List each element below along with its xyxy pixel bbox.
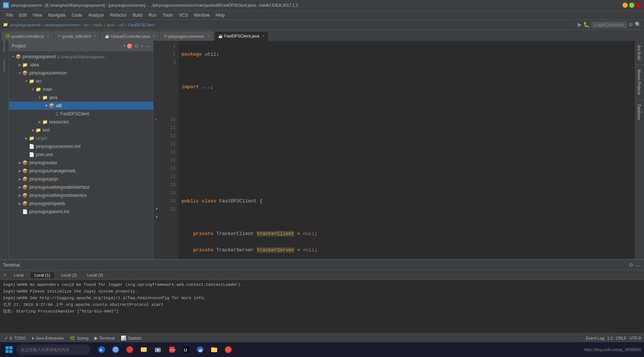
tree-java[interactable]: ▼ 📁 java: [9, 93, 153, 102]
taskbar-app-idea[interactable]: IJ: [179, 343, 193, 356]
favorites-tab[interactable]: Favorites: [1, 62, 8, 69]
tree-test[interactable]: ▶ 📁 test: [9, 126, 153, 134]
tree-pinyougoupojo[interactable]: ▶ 📦 pinyougoupojo: [9, 175, 153, 183]
tree-sellergoodsinterface[interactable]: ▶ 📦 pinyougousellergoodsinterface: [9, 183, 153, 191]
breadcrumb-pinyougouparent[interactable]: pinyougouparent: [10, 23, 41, 27]
menu-window[interactable]: Window: [191, 12, 213, 19]
fold-arrow-if[interactable]: ▼: [155, 215, 159, 219]
status-statistic[interactable]: 📊 Statistic: [119, 335, 144, 341]
fold-arrow-class[interactable]: +: [155, 117, 157, 121]
taskbar-app-edge[interactable]: e: [95, 343, 108, 356]
status-event-log[interactable]: Event Log: [586, 336, 604, 340]
terminal-tab-local3[interactable]: Local (3): [83, 272, 107, 278]
taskbar-app-explorer[interactable]: [208, 343, 221, 356]
menu-code[interactable]: Code: [69, 12, 85, 19]
taskbar-app-java[interactable]: ☕: [193, 343, 207, 356]
status-todo[interactable]: ✓ 6: TODO: [3, 335, 27, 341]
status-terminal[interactable]: ▶ Terminal: [93, 335, 116, 341]
menu-build[interactable]: Build: [130, 12, 146, 19]
panel-gear-icon[interactable]: ≡: [140, 43, 143, 49]
tree-pinyougoucommon-iml[interactable]: 📄 pinyougoucommon.iml: [9, 142, 153, 151]
tree-pinyougoucommon[interactable]: ▼ 📦 pinyougoucommon: [9, 69, 153, 77]
tree-shopweb[interactable]: ▶ 📦 pinyougoshopweb: [9, 199, 153, 208]
code-line-11: [182, 214, 632, 222]
tab-close-goodscontrollerjs[interactable]: ×: [47, 34, 49, 38]
menu-vcs[interactable]: VCS: [176, 12, 191, 19]
tree-idea[interactable]: ▶ 📁 .idea: [9, 61, 153, 69]
tree-pinyougouparent[interactable]: ▼ 📦 pinyougouparent E:\shanghai34\pinyou…: [9, 53, 153, 61]
fold-arrow-method[interactable]: ▼: [155, 207, 159, 211]
menu-navigate[interactable]: Navigate: [45, 12, 69, 19]
terminal-tab-local[interactable]: Local: [9, 272, 28, 278]
toolbar-run-icon[interactable]: ▶: [578, 22, 582, 28]
toolbar-debug-icon[interactable]: 🐛: [583, 22, 590, 28]
tab-goodsedithtml[interactable]: H goods_edit.html ×: [54, 31, 100, 41]
breadcrumb-bar: 📁 pinyougouparent › pinyougoucommon › sr…: [0, 19, 644, 30]
menu-help[interactable]: Help: [213, 12, 228, 19]
menu-edit[interactable]: Edit: [16, 12, 30, 19]
status-spring[interactable]: 🌿 Spring: [68, 335, 90, 341]
taskbar-app-git[interactable]: [222, 343, 235, 356]
status-java-enterprise[interactable]: ♦ Java Enterprise: [30, 335, 66, 341]
tree-pinyougoudao[interactable]: ▶ 📦 pinyougoudao: [9, 159, 153, 167]
toolbar-search-icon[interactable]: 🔍: [635, 22, 641, 28]
new-terminal-button[interactable]: +: [3, 272, 6, 278]
taskbar-app-files[interactable]: [137, 343, 150, 356]
tree-util[interactable]: ▼ 📦 util: [9, 102, 153, 110]
menu-file[interactable]: File: [3, 12, 16, 19]
menu-refactor[interactable]: Refactor: [107, 12, 130, 19]
tab-close-goodsedithtml[interactable]: ×: [94, 34, 96, 38]
menu-tools[interactable]: Tools: [160, 12, 176, 19]
module-icon: 📦: [22, 201, 28, 206]
taskbar-search-input[interactable]: [16, 344, 90, 355]
tab-close-uploadcontroller[interactable]: ×: [153, 34, 155, 38]
taskbar-app-camera[interactable]: [151, 343, 165, 356]
ant-build-tab[interactable]: Ant Build: [635, 41, 644, 65]
maven-projects-tab[interactable]: Maven Projects: [635, 65, 644, 100]
structure-tab[interactable]: Structure: [1, 42, 8, 50]
terminal-tab-local1[interactable]: Local (1): [30, 272, 55, 278]
tree-resources[interactable]: ▶ 📁 resources: [9, 118, 153, 126]
panel-dropdown-icon[interactable]: ▼: [123, 44, 126, 48]
taskbar-app-chrome[interactable]: [109, 343, 122, 356]
tree-pinyougoumanagerweb[interactable]: ▶ 📦 pinyougoumanagerweb: [9, 167, 153, 175]
breadcrumb-pinyougoucommon[interactable]: pinyougoucommon: [45, 23, 80, 27]
java-file-icon: ☕: [105, 34, 109, 38]
panel-config-icon[interactable]: ⚙: [134, 43, 139, 49]
tab-close-pinyougoucommon[interactable]: ×: [207, 34, 209, 38]
terminal-output[interactable]: log4j:WARN No appenders could be found f…: [0, 280, 644, 333]
minimize-button[interactable]: [623, 3, 628, 8]
close-button[interactable]: [636, 3, 641, 8]
menu-view[interactable]: View: [30, 12, 45, 19]
tab-fastdfsclientjava[interactable]: ☕ FastDFSClient.java ×: [214, 31, 269, 41]
tree-target[interactable]: ▶ 📁 target: [9, 134, 153, 142]
code-container[interactable]: + ▼ ▼ 1 2 3 10 11 12 13 14 15: [153, 41, 635, 259]
tree-pom-xml[interactable]: 📄 pom.xml: [9, 151, 153, 159]
terminal-settings-icon[interactable]: ⚙: [629, 262, 634, 268]
toolbar-settings-icon[interactable]: ⚙: [628, 22, 633, 28]
status-encoding[interactable]: UTF-8: [630, 336, 641, 340]
tree-fastdfsclient[interactable]: C FastDFSClient: [9, 110, 153, 118]
menu-analyze[interactable]: Analyze: [85, 12, 107, 19]
terminal-tab-local2[interactable]: Local (2): [56, 272, 81, 278]
tab-close-fastdfsclient[interactable]: ×: [262, 34, 265, 38]
tab-pinyougoucommon[interactable]: M pinyougou-common ×: [160, 31, 213, 41]
tree-src[interactable]: ▼ 📁 src: [9, 77, 153, 85]
tree-sellergoodsservice[interactable]: ▶ 📦 pinyougousellergoodsservice: [9, 191, 153, 199]
menu-run[interactable]: Run: [146, 12, 160, 19]
taskbar-start-button[interactable]: [3, 344, 15, 356]
tree-pinyougouparent-iml[interactable]: 📄 pinyougouparent.iml: [9, 208, 153, 216]
panel-locate-icon[interactable]: 🎯: [126, 43, 133, 49]
maximize-button[interactable]: [629, 3, 634, 8]
panel-collapse-icon[interactable]: —: [145, 43, 150, 49]
tab-uploadcontrollerjava[interactable]: ☕ UploadController.java ×: [101, 31, 159, 41]
taskbar-app-red[interactable]: [123, 343, 136, 356]
tab-goodscontrollerjs[interactable]: JS goodsController.js ×: [1, 31, 53, 41]
terminal-minimize-icon[interactable]: —: [636, 262, 641, 268]
tree-main[interactable]: ▼ 📁 main: [9, 85, 153, 93]
code-text[interactable]: package util; import ...; public class F…: [179, 41, 635, 259]
database-tab[interactable]: Database: [635, 100, 644, 125]
login-controller-dropdown[interactable]: LoginController: [591, 22, 627, 28]
status-crlf[interactable]: CRLF: [616, 336, 627, 340]
taskbar-app-pdf[interactable]: PDF: [165, 343, 179, 356]
